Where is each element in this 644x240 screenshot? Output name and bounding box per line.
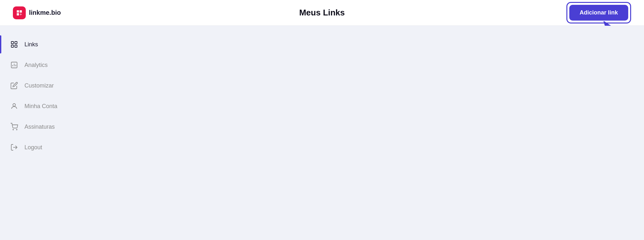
svg-rect-2 (11, 42, 14, 44)
sidebar-item-minha-conta[interactable]: Minha Conta (0, 97, 71, 115)
sidebar-item-label-logout: Logout (24, 144, 42, 151)
sidebar-item-assinaturas[interactable]: Assinaturas (0, 118, 71, 136)
header: linkme.bio Meus Links Adicionar link (0, 0, 644, 26)
logo-icon (13, 6, 26, 19)
sidebar-item-analytics[interactable]: Analytics (0, 56, 71, 74)
sidebar-item-label-links: Links (24, 41, 38, 48)
svg-point-10 (13, 104, 15, 106)
edit-icon (10, 81, 19, 90)
sidebar-item-links[interactable]: Links (0, 35, 71, 53)
sidebar-item-logout[interactable]: Logout (0, 138, 71, 156)
logout-icon (10, 143, 19, 152)
page-content (71, 26, 644, 240)
svg-rect-3 (15, 42, 17, 44)
sidebar-item-label-assinaturas: Assinaturas (24, 124, 55, 130)
svg-rect-5 (15, 45, 17, 47)
add-link-button[interactable]: Adicionar link (569, 5, 628, 21)
svg-point-11 (13, 129, 14, 130)
sidebar: Links Analytics Customizar (0, 26, 71, 240)
page-title: Meus Links (299, 8, 345, 18)
cart-icon (10, 122, 19, 131)
sidebar-item-label-minha-conta: Minha Conta (24, 103, 57, 110)
sidebar-item-label-analytics: Analytics (24, 62, 48, 69)
grid-icon (10, 40, 19, 49)
svg-rect-4 (11, 45, 14, 47)
svg-point-12 (16, 129, 17, 130)
header-right: Adicionar link (566, 2, 631, 23)
user-icon (10, 102, 19, 111)
sidebar-item-customizar[interactable]: Customizar (0, 77, 71, 95)
sidebar-item-label-customizar: Customizar (24, 82, 54, 89)
logo-area: linkme.bio (13, 6, 61, 19)
add-link-wrapper: Adicionar link (566, 2, 631, 23)
logo-text: linkme.bio (29, 9, 61, 16)
analytics-icon (10, 60, 19, 69)
main-content: Links Analytics Customizar (0, 26, 644, 240)
